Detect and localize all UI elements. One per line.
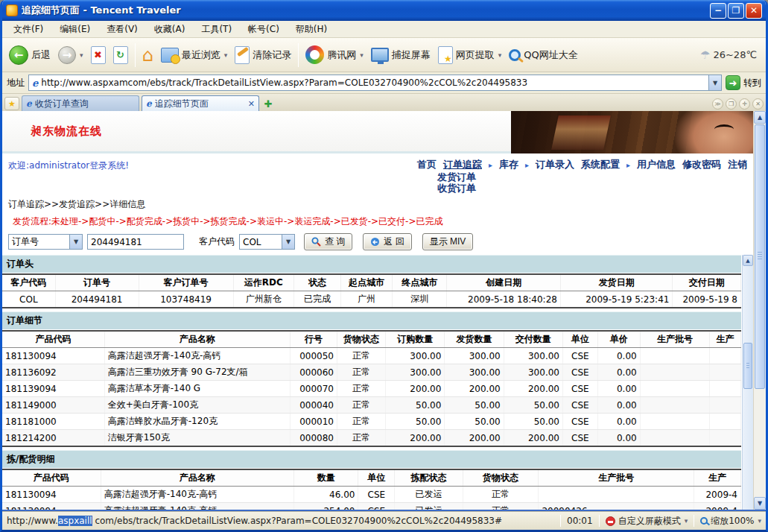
restore-window-icon[interactable]: ❒ [726,98,737,110]
order-number-input[interactable] [87,234,184,250]
table-cell: 254.00 [294,503,358,510]
column-header: 拣配状态 [395,469,463,487]
block-mode-control[interactable]: 自定义屏蔽模式 ▾ [606,515,688,528]
nav-change-password[interactable]: 修改密码 [682,158,721,171]
column-header: 单位 [358,469,395,487]
menu-edit[interactable]: 编辑(E) [51,21,98,38]
recent-dropdown-icon[interactable]: ▾ [224,51,228,59]
broom-icon [235,46,250,64]
table-cell: 000010 [290,414,337,430]
nav-inventory[interactable]: 库存 [499,158,518,171]
column-header: 发货数量 [445,331,504,348]
table-cell: 高露洁三重功效牙膏 90 G-72支/箱 [104,364,290,381]
forward-button[interactable]: → ▾ [54,44,87,66]
table-cell: 正常 [337,381,385,397]
menu-file[interactable]: 文件(F) [5,21,51,38]
go-button[interactable]: ➜ 转到 [726,75,761,90]
search-form: 订单号 ▼ 客户代码 COL ▼ 查 询 [2,231,753,255]
column-header: 货物状态 [463,469,539,487]
section-order-header: 订单头 [2,255,741,273]
tables-region: 订单头 客户代码订单号客户订单号运作RDC状态起点城市终点城市创建日期发货日期交… [2,255,753,510]
back-button[interactable]: ← 后退 [5,43,54,67]
scroll-up-icon[interactable]: ▲ [743,255,753,266]
column-header: 订购数量 [386,331,445,348]
column-header: 订单号 [55,274,139,291]
address-dropdown-icon[interactable]: ▼ [708,75,721,90]
nav-order-entry[interactable]: 订单录入 [536,158,574,171]
table-cell [710,430,741,447]
nav-logout[interactable]: 注销 [728,158,747,171]
zoom-control[interactable]: 缩放100% ▾ [700,515,761,528]
query-button[interactable]: 查 询 [304,233,352,250]
scrollbar-thumb[interactable] [755,124,765,389]
menu-account[interactable]: 帐号(C) [240,21,288,38]
tab-page-icon: e [146,98,152,109]
refresh-button[interactable]: ↻ [110,44,132,66]
nav-order-track[interactable]: 订单追踪 [443,158,482,171]
capture-screen-button[interactable]: 捕捉屏幕 [367,45,434,64]
new-tab-button[interactable]: ✚ [261,97,275,110]
menu-favorites[interactable]: 收藏(A) [146,21,194,38]
recent-browsing-button[interactable]: 最近浏览 ▾ [157,45,232,65]
scrollbar-thumb[interactable] [743,343,752,389]
column-header: 产品代码 [2,469,101,487]
address-url[interactable]: http://www.aspxamcom/ebs/track/TrackDeta… [41,77,708,88]
menu-help[interactable]: 帮助(H) [288,21,335,38]
inner-scrollbar[interactable]: ▲ ▼ [742,255,753,510]
table-cell: 000080 [290,430,337,447]
table-row: 181130094高露洁超强牙膏-140克-高钙000050正常300.0030… [2,348,741,364]
close-all-icon[interactable]: ✕ [752,98,764,110]
subnav-ship-order[interactable]: 发货订单 [437,171,476,183]
chevron-down-icon[interactable]: ▾ [758,517,761,525]
close-button[interactable]: ✕ [746,3,762,19]
tencent-dropdown-icon[interactable]: ▾ [360,51,364,59]
maximize-button[interactable]: ❐ [728,3,744,19]
stop-button[interactable]: ✖ [87,44,110,66]
scroll-down-icon[interactable]: ▼ [754,497,766,510]
home-button[interactable]: ⌂ [139,45,157,66]
table-cell [640,397,710,414]
minimize-button[interactable]: − [710,3,726,19]
forward-dropdown-icon[interactable]: ▾ [80,51,83,59]
qq-sites-button[interactable]: QQ网址大全 [505,46,581,64]
nav-user-info[interactable]: 用户信息 [637,158,676,171]
subnav-receive-order[interactable]: 收货订单 [437,183,476,194]
webpage-extract-button[interactable]: ★ 网页提取 ▾ [434,44,506,66]
favorites-star-icon[interactable]: ★ [4,97,19,110]
table-cell: 正常 [337,414,385,430]
tencent-site-button[interactable]: 腾讯网 ▾ [302,43,367,66]
customer-code-select[interactable]: COL ▼ [239,234,295,250]
extract-dropdown-icon[interactable]: ▾ [498,51,502,59]
table-cell: 正常 [337,364,385,381]
tab-list-icon[interactable]: ≫ [712,98,723,110]
chevron-down-icon[interactable]: ▾ [685,517,688,525]
menu-tools[interactable]: 工具(T) [193,21,240,38]
table-cell: 高露洁超强牙膏-140克-高钙 [101,503,293,510]
table-cell: 181130094 [2,503,101,510]
tab-receive-order-query[interactable]: e 收货订单查询 [22,95,139,111]
pin-icon[interactable]: ✛ [739,98,750,110]
table-cell [640,381,710,397]
address-input[interactable]: e http://www.aspxamcom/ebs/track/TrackDe… [28,75,722,91]
table-cell: 200.00 [386,381,445,397]
table-cell: 0.00 [597,364,640,381]
show-miv-button[interactable]: 显示 MIV [422,233,474,250]
browser-scrollbar[interactable]: ▲ ▼ [753,111,766,510]
table-cell: 50.00 [445,414,504,430]
history-icon [161,48,179,63]
table-cell: 200.00 [386,430,445,447]
clear-records-button[interactable]: 清除记录 [231,44,295,66]
column-header: 行号 [290,331,337,348]
nav-home[interactable]: 首页 [417,158,437,171]
nav-system-config[interactable]: 系统配置 [581,158,620,171]
column-header: 单价 [597,331,640,348]
return-button[interactable]: 返 回 [363,233,411,250]
tab-track-detail[interactable]: e 追踪细节页面 ✕ [142,95,259,111]
table-row: 181136092高露洁三重功效牙膏 90 G-72支/箱000060正常300… [2,364,741,381]
scroll-up-icon[interactable]: ▲ [754,111,766,124]
tab-page-icon: e [26,98,32,109]
table-cell: 正常 [337,430,385,447]
tab-close-icon[interactable]: ✕ [248,99,255,109]
search-type-select[interactable]: 订单号 ▼ [8,234,83,250]
menu-view[interactable]: 查看(V) [98,21,146,38]
